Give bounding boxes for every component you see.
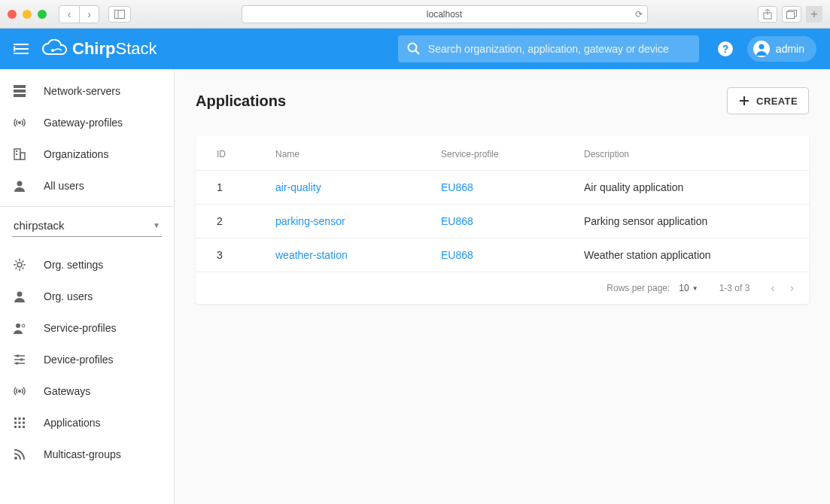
sidebar-item-label: Organizations (44, 148, 108, 160)
sidebar-item-org-users[interactable]: Org. users (0, 281, 174, 312)
col-header-service-profile: Service-profile (429, 135, 572, 171)
service-profile-link[interactable]: EU868 (441, 249, 473, 261)
sidebar-item-gateways[interactable]: Gateways (0, 375, 174, 407)
svg-point-27 (22, 324, 25, 327)
svg-rect-38 (14, 422, 17, 424)
svg-rect-16 (14, 90, 26, 93)
search-input[interactable] (428, 43, 690, 55)
chevron-down-icon: ▼ (153, 221, 160, 229)
svg-point-14 (759, 44, 764, 50)
antenna-icon (12, 384, 27, 398)
svg-rect-39 (19, 422, 21, 424)
brand-name: ChirpStack (72, 39, 157, 59)
svg-rect-36 (19, 417, 21, 420)
org-selected-value: chirpstack (14, 219, 65, 232)
create-button-label: CREATE (756, 96, 798, 107)
building-icon (12, 147, 27, 161)
col-header-name: Name (263, 135, 429, 171)
cell-description: Parking sensor application (572, 205, 809, 238)
main-content: Applications CREATE ID Name Service-prof… (175, 69, 830, 504)
sidebar-toggle-button[interactable] (108, 6, 131, 23)
rows-per-page-select[interactable]: 10 ▼ (679, 283, 698, 293)
svg-point-8 (51, 49, 54, 52)
table-footer: Rows per page: 10 ▼ 1-3 of 3 ‹ › (196, 272, 809, 304)
svg-rect-41 (14, 426, 17, 428)
sidebar-item-label: Gateways (44, 385, 90, 397)
window-controls (8, 10, 47, 19)
close-window-icon[interactable] (8, 10, 17, 19)
svg-point-24 (17, 263, 22, 267)
menu-icon[interactable] (14, 44, 29, 54)
create-button[interactable]: CREATE (727, 87, 809, 114)
svg-rect-31 (17, 355, 19, 357)
sidebar-item-label: All users (44, 180, 84, 192)
chevron-down-icon: ▼ (692, 285, 698, 292)
tabs-button[interactable] (782, 6, 801, 23)
sidebar-item-network-servers[interactable]: Network-servers (0, 75, 174, 107)
svg-point-26 (16, 323, 20, 328)
cell-id: 1 (196, 171, 263, 205)
share-button[interactable] (758, 6, 777, 23)
antenna-icon (12, 116, 27, 129)
next-page-button[interactable]: › (790, 281, 794, 295)
sidebar-item-label: Multicast-groups (44, 448, 121, 460)
svg-point-18 (18, 121, 21, 124)
nav-buttons: ‹ › (59, 5, 99, 23)
new-tab-button[interactable]: + (806, 6, 822, 23)
sidebar-item-service-profiles[interactable]: Service-profiles (0, 312, 174, 344)
address-bar[interactable]: localhost ⟳ (242, 5, 648, 23)
sidebar-item-device-profiles[interactable]: Device-profiles (0, 344, 174, 375)
svg-point-34 (18, 390, 21, 393)
service-profile-link[interactable]: EU868 (441, 215, 473, 227)
svg-rect-17 (14, 94, 26, 97)
user-name: admin (776, 43, 804, 55)
svg-rect-0 (115, 10, 125, 18)
svg-point-44 (14, 457, 17, 460)
sidebar-item-all-users[interactable]: All users (0, 170, 174, 202)
sidebar-item-label: Org. users (44, 290, 93, 302)
sidebar-item-label: Org. settings (44, 259, 103, 271)
svg-rect-40 (23, 422, 25, 424)
browser-chrome: ‹ › localhost ⟳ + (0, 0, 830, 29)
col-header-description: Description (572, 135, 809, 171)
sidebar-item-label: Network-servers (44, 85, 120, 97)
table-row: 3 weather-station EU868 Weather station … (196, 238, 809, 272)
applications-table: ID Name Service-profile Description 1 ai… (196, 135, 809, 272)
help-icon[interactable]: ? (717, 41, 734, 57)
sidebar-item-applications[interactable]: Applications (0, 407, 174, 439)
back-button[interactable]: ‹ (59, 6, 79, 23)
address-url: localhost (427, 9, 462, 20)
prev-page-button[interactable]: ‹ (771, 281, 774, 295)
reload-icon[interactable]: ⟳ (635, 9, 643, 20)
brand-logo[interactable]: ChirpStack (42, 39, 157, 59)
cell-description: Air quality application (572, 171, 809, 205)
cell-id: 2 (196, 205, 263, 238)
pagination-range: 1-3 of 3 (719, 283, 750, 293)
person-icon (12, 179, 27, 193)
forward-button[interactable]: › (79, 6, 99, 23)
svg-point-25 (17, 292, 23, 297)
svg-point-23 (17, 181, 23, 187)
sidebar-item-org-settings[interactable]: Org. settings (0, 249, 174, 281)
sidebar-item-label: Device-profiles (44, 354, 114, 366)
person-gear-icon (12, 321, 27, 335)
svg-rect-4 (787, 11, 795, 18)
sidebar-item-multicast-groups[interactable]: Multicast-groups (0, 439, 174, 470)
table-row: 2 parking-sensor EU868 Parking sensor ap… (196, 205, 809, 238)
application-name-link[interactable]: weather-station (275, 249, 348, 261)
service-profile-link[interactable]: EU868 (441, 181, 473, 193)
search-icon (407, 42, 421, 56)
rss-icon (12, 448, 27, 461)
svg-text:?: ? (722, 43, 729, 55)
sidebar: Network-servers Gateway-profiles Organiz… (0, 69, 175, 504)
page-title: Applications (196, 93, 286, 110)
application-name-link[interactable]: air-quality (275, 181, 321, 193)
user-menu[interactable]: admin (747, 36, 816, 62)
application-name-link[interactable]: parking-sensor (275, 215, 345, 227)
sidebar-item-gateway-profiles[interactable]: Gateway-profiles (0, 107, 174, 138)
org-selector[interactable]: chirpstack ▼ (0, 206, 174, 240)
minimize-window-icon[interactable] (23, 10, 32, 19)
sidebar-item-organizations[interactable]: Organizations (0, 138, 174, 170)
maximize-window-icon[interactable] (38, 10, 47, 19)
search-box[interactable] (398, 35, 699, 62)
